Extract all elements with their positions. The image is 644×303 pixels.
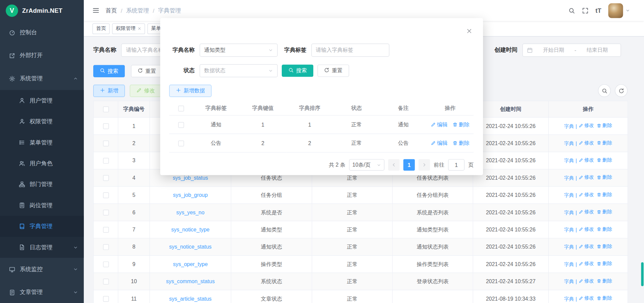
- edit-link[interactable]: 修改: [579, 157, 594, 164]
- search-icon[interactable]: [568, 7, 575, 14]
- dict-data-link[interactable]: 字典: [564, 140, 574, 147]
- row-checkbox[interactable]: [103, 192, 109, 198]
- row-checkbox-cell[interactable]: [94, 221, 118, 238]
- dict-data-link[interactable]: 字典: [564, 278, 574, 286]
- dialog-reset-button[interactable]: 重置: [318, 64, 349, 77]
- sidebar-item[interactable]: 部门管理: [0, 174, 84, 195]
- dict-type-link[interactable]: sys_notice_status: [169, 244, 212, 250]
- view-tab[interactable]: 首页: [93, 23, 110, 34]
- row-checkbox-cell[interactable]: [169, 134, 193, 152]
- modify-button[interactable]: 修改: [130, 85, 161, 97]
- table-search-toggle-button[interactable]: [598, 84, 611, 97]
- row-checkbox-cell[interactable]: [94, 273, 118, 290]
- row-checkbox[interactable]: [103, 158, 109, 164]
- dialog-close-icon[interactable]: [466, 28, 472, 34]
- row-checkbox-cell[interactable]: [94, 290, 118, 303]
- font-size-icon[interactable]: tT: [595, 7, 601, 14]
- sidebar-item[interactable]: 系统管理: [0, 67, 84, 90]
- breadcrumb-home[interactable]: 首页: [106, 7, 117, 14]
- row-checkbox[interactable]: [103, 262, 109, 267]
- edit-link[interactable]: 修改: [579, 174, 594, 181]
- page-size-select[interactable]: 10条/页: [349, 159, 384, 171]
- avatar[interactable]: [608, 3, 623, 18]
- column-header[interactable]: 字典标签: [193, 101, 239, 115]
- edit-link[interactable]: 修改: [579, 122, 594, 129]
- dict-data-link[interactable]: 字典: [564, 158, 574, 165]
- delete-link[interactable]: 删除: [597, 243, 612, 250]
- dialog-dict-tag-input[interactable]: 请输入字典标签: [311, 44, 389, 57]
- row-checkbox-cell[interactable]: [94, 238, 118, 255]
- row-checkbox[interactable]: [103, 279, 109, 285]
- column-header[interactable]: 字典键值: [239, 101, 286, 115]
- tab-close-icon[interactable]: [138, 27, 141, 31]
- dialog-search-button[interactable]: 搜索: [282, 64, 313, 77]
- fullscreen-icon[interactable]: [582, 7, 589, 14]
- dict-data-link[interactable]: 字典: [564, 226, 574, 233]
- edit-link[interactable]: 修改: [579, 277, 594, 285]
- edit-link[interactable]: 修改: [579, 260, 594, 267]
- sidebar-item[interactable]: 日志管理: [0, 237, 84, 258]
- delete-link[interactable]: 删除: [597, 122, 612, 129]
- prev-page-button[interactable]: [388, 159, 399, 171]
- date-range-picker[interactable]: 开始日期 - 结束日期: [523, 44, 621, 57]
- delete-link[interactable]: 删除: [597, 139, 612, 146]
- dict-data-link[interactable]: 字典: [564, 175, 574, 182]
- edit-link[interactable]: 修改: [579, 295, 594, 302]
- row-checkbox[interactable]: [103, 141, 109, 146]
- row-checkbox[interactable]: [103, 210, 109, 216]
- row-checkbox[interactable]: [178, 140, 184, 146]
- sidebar-item[interactable]: 文章管理: [0, 281, 84, 303]
- goto-page-input[interactable]: 1: [448, 159, 465, 171]
- scrollbar-thumb[interactable]: [641, 262, 643, 286]
- delete-link[interactable]: 删除: [452, 139, 469, 147]
- edit-link[interactable]: 修改: [579, 243, 594, 250]
- dict-data-link[interactable]: 字典: [564, 296, 574, 303]
- sidebar-item[interactable]: 字典管理: [0, 216, 84, 237]
- row-checkbox-cell[interactable]: [94, 117, 118, 134]
- delete-link[interactable]: 删除: [597, 295, 612, 302]
- user-menu[interactable]: [608, 3, 630, 18]
- edit-link[interactable]: 编辑: [431, 139, 447, 147]
- row-checkbox[interactable]: [103, 227, 109, 233]
- row-checkbox[interactable]: [103, 124, 109, 129]
- row-checkbox-cell[interactable]: [169, 115, 193, 134]
- dict-data-link[interactable]: 字典: [564, 192, 574, 199]
- row-checkbox[interactable]: [103, 244, 109, 250]
- delete-link[interactable]: 删除: [452, 121, 469, 128]
- column-header[interactable]: 创建时间: [473, 101, 548, 117]
- dict-data-link[interactable]: 字典: [564, 261, 574, 268]
- sidebar-item[interactable]: 控制台: [0, 21, 84, 44]
- row-checkbox-cell[interactable]: [94, 204, 118, 221]
- sidebar-item[interactable]: 岗位管理: [0, 195, 84, 216]
- delete-link[interactable]: 删除: [597, 277, 612, 285]
- dict-data-link[interactable]: 字典: [564, 209, 574, 216]
- dict-type-link[interactable]: sys_job_status: [173, 175, 208, 181]
- row-checkbox-cell[interactable]: [94, 169, 118, 186]
- edit-link[interactable]: 修改: [579, 139, 594, 146]
- row-checkbox-cell[interactable]: [94, 256, 118, 273]
- row-checkbox[interactable]: [103, 175, 109, 181]
- edit-link[interactable]: 修改: [579, 209, 594, 216]
- add-button[interactable]: 新增: [93, 85, 125, 97]
- column-header[interactable]: 状态: [333, 101, 380, 115]
- reset-button[interactable]: 重置: [131, 65, 163, 77]
- delete-link[interactable]: 删除: [597, 260, 612, 267]
- dict-type-link[interactable]: sys_job_group: [173, 192, 208, 198]
- row-checkbox-cell[interactable]: [94, 152, 118, 169]
- next-page-button[interactable]: [419, 159, 430, 171]
- sidebar-item[interactable]: 菜单管理: [0, 132, 84, 153]
- select-all-checkbox[interactable]: [94, 101, 118, 117]
- dict-type-link[interactable]: sys_common_status: [166, 278, 215, 285]
- sidebar-item[interactable]: 权限管理: [0, 111, 84, 132]
- dict-type-link[interactable]: sys_yes_no: [176, 209, 205, 215]
- column-header[interactable]: 字典编号: [118, 101, 150, 117]
- dict-data-link[interactable]: 字典: [564, 244, 574, 251]
- search-button[interactable]: 搜索: [93, 65, 125, 77]
- breadcrumb-system[interactable]: 系统管理: [126, 7, 149, 14]
- sidebar-item[interactable]: 用户管理: [0, 90, 84, 111]
- sidebar-item[interactable]: 外部打开: [0, 44, 84, 67]
- row-checkbox[interactable]: [178, 122, 184, 128]
- dict-type-link[interactable]: sys_oper_type: [173, 261, 208, 267]
- dict-type-link[interactable]: sys_article_status: [169, 296, 212, 302]
- dict-data-link[interactable]: 字典: [564, 123, 574, 130]
